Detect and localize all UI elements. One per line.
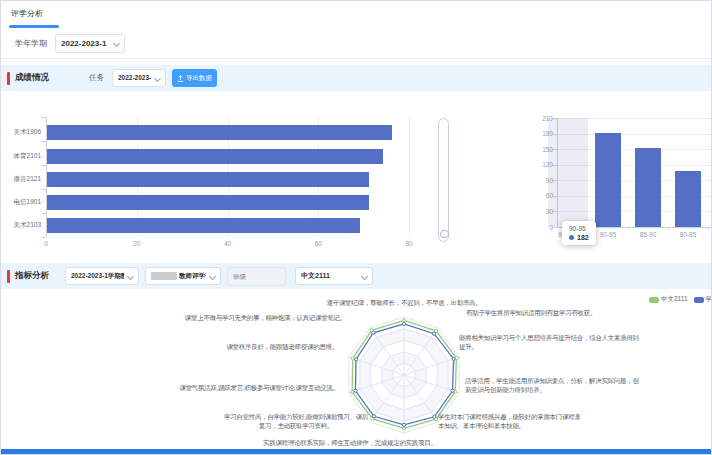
radar-indicator-label: 课堂气氛活跃,踊跃发言,积极参与课堂讨论,课堂互动交流。 <box>179 383 339 392</box>
datazoom-slider[interactable] <box>438 118 449 242</box>
category-label: 85-90 <box>640 231 657 238</box>
category-label: 电信1901 <box>14 198 41 207</box>
axis-tick <box>708 227 709 230</box>
radar-indicator-label: 学生对本门课程很感兴趣，能较好的掌握本门课程基本知识、基本理论和基本技能。 <box>438 412 583 430</box>
term-label: 学年学期 <box>15 38 47 49</box>
vbar-80-85[interactable] <box>675 171 701 227</box>
tooltip-category: 90-95 <box>569 225 589 232</box>
tab-evaluation-analysis[interactable]: 评学分析 <box>11 8 43 19</box>
legend-label: 中文2111 <box>661 295 688 304</box>
export-data-button[interactable]: 导出数据 <box>172 69 217 87</box>
tooltip-value: 182 <box>577 234 589 241</box>
hbar-体育2101[interactable] <box>47 149 383 164</box>
chevron-down-icon <box>127 272 134 279</box>
x-axis-tick-label: 20 <box>133 240 140 247</box>
radar-legend: 中文2111 学 <box>649 295 712 304</box>
axis-tick <box>42 237 46 238</box>
redacted-text <box>151 272 177 280</box>
datazoom-handle[interactable] <box>440 230 449 238</box>
x-axis-tick-label: 0 <box>44 240 48 247</box>
legend-label: 学 <box>706 295 712 304</box>
export-button-label: 导出数据 <box>186 74 212 83</box>
survey-select-value: 教师评学调 <box>179 272 206 281</box>
axis-tick <box>42 117 46 118</box>
indicator-section-bar: 指标分析 2022-2023-1学期教师评 教师评学调 中文2111 <box>1 263 712 289</box>
vbar-90-95[interactable] <box>595 133 621 227</box>
tab-label: 评学分析 <box>11 9 43 18</box>
chevron-down-icon <box>154 74 161 81</box>
axis-tick <box>628 227 629 230</box>
tab-bar: 评学分析 <box>1 1 712 30</box>
task-label: 任务 <box>89 73 104 83</box>
term-select[interactable]: 2022-2023-1 <box>55 34 125 53</box>
class-select[interactable]: 中文2111 <box>295 267 373 285</box>
chart-tooltip: 90-95 182 <box>562 221 596 245</box>
term-select-value: 2022-2023-1 <box>61 39 110 48</box>
category-label: 体育2101 <box>14 152 41 161</box>
hbar-电信1901[interactable] <box>47 195 369 210</box>
radar-indicator-label: 学习自觉性高，自学能力较好,能做到课前预习、课后复习，主动获取学习资料。 <box>221 412 371 430</box>
legend-item-school[interactable]: 学 <box>694 295 712 304</box>
task-select-value: 2022-2023-1学期教师评 <box>118 74 151 83</box>
survey-select[interactable]: 教师评学调 <box>145 267 221 285</box>
radar-indicator-label: 实践课程理论联系实际，师生互动操作，完成规定的实践项目。 <box>263 438 437 447</box>
vbar-85-90[interactable] <box>635 148 661 227</box>
radar-indicator-label: 能将相关知识学习与个人思想培养与提升结合，综合人文素质得到提升。 <box>459 333 639 351</box>
score-section-bar: 成绩情况 任务 2022-2023-1学期教师评 导出数据 <box>1 65 712 91</box>
indicator-section-title: 指标分析 <box>15 270 49 282</box>
evaluation-analysis-page: 评学分析 学年学期 2022-2023-1 成绩情况 任务 2022-2023-… <box>0 0 712 455</box>
axis-tick <box>42 165 46 166</box>
hbar-播音2121[interactable] <box>47 172 369 187</box>
category-label: 90-95 <box>600 231 617 238</box>
term-filter-row: 学年学期 2022-2023-1 <box>1 29 712 59</box>
legend-item-class[interactable]: 中文2111 <box>649 295 688 304</box>
axis-tick <box>42 213 46 214</box>
indicator-task-select-value: 2022-2023-1学期教师评 <box>71 272 124 281</box>
radar-indicator-label: 遵守课堂纪律，尊敬师长，不迟到，不早退，出勤率高。 <box>326 298 481 307</box>
radar-indicator-label: 活学活用，学生能运用所讲知识要点，分析，解决实际问题，创新意识与创新能力得到培养… <box>465 376 640 394</box>
chevron-down-icon <box>361 272 368 279</box>
class-input[interactable] <box>233 273 280 280</box>
active-tab-underline <box>9 25 59 28</box>
legend-swatch-blue <box>694 297 704 303</box>
hbar-美术2103[interactable] <box>47 218 360 233</box>
x-axis-tick-label: 80 <box>405 240 412 247</box>
section-accent <box>7 72 10 85</box>
category-label: 美术1906 <box>14 128 41 137</box>
axis-tick <box>42 141 46 142</box>
x-axis-tick-label: 60 <box>315 240 322 247</box>
radar-indicator-label: 课堂秩序良好，能跟随老师授课的思维。 <box>226 342 338 351</box>
score-section-title: 成绩情况 <box>15 72 49 84</box>
class-select-value: 中文2111 <box>301 271 358 281</box>
chevron-down-icon <box>113 40 120 47</box>
category-label: 播音2121 <box>14 175 41 184</box>
axis-tick <box>668 227 669 230</box>
category-label: 美术2103 <box>14 221 41 230</box>
category-label: 80-85 <box>680 231 697 238</box>
section-accent <box>7 270 10 283</box>
legend-swatch-green <box>649 297 659 303</box>
axis-hover-band <box>548 118 588 227</box>
series-dot-icon <box>569 235 574 240</box>
hbar-美术1906[interactable] <box>47 125 392 140</box>
x-axis-tick-label: 40 <box>224 240 231 247</box>
radar-indicator-label: 课堂上不做与学习无关的事，精神饱满；认真记课堂笔记。 <box>185 313 346 322</box>
indicator-task-select[interactable]: 2022-2023-1学期教师评 <box>65 267 139 285</box>
chevron-down-icon <box>209 272 216 279</box>
task-select[interactable]: 2022-2023-1学期教师评 <box>112 69 166 87</box>
gridline <box>409 117 410 237</box>
indicator-radar-chart <box>324 295 484 455</box>
radar-indicator-label: 有助于学生将所学知识运用到有益学习有收获。 <box>466 308 596 317</box>
export-icon <box>177 75 184 82</box>
class-input-wrapper <box>227 267 286 286</box>
axis-tick <box>42 189 46 190</box>
bottom-blue-bar <box>1 449 712 455</box>
